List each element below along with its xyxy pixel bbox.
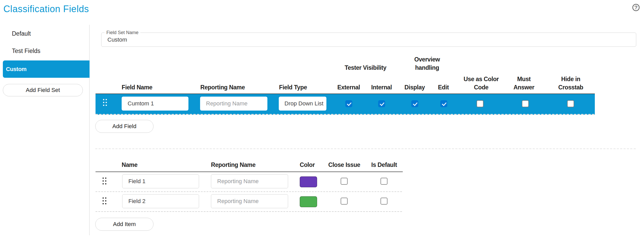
- sidebar-item-label: Default: [12, 30, 31, 37]
- field-reporting-name-input[interactable]: [200, 97, 267, 111]
- item-reporting-name-input[interactable]: [211, 194, 288, 208]
- items-header-name: Name: [122, 161, 137, 169]
- col-header-field-name: Field Name: [122, 83, 152, 91]
- col-header-reporting-name: Reporting Name: [200, 83, 245, 91]
- color-swatch[interactable]: [300, 176, 317, 187]
- drag-handle-icon[interactable]: [103, 197, 106, 204]
- color-swatch[interactable]: [300, 196, 317, 207]
- field-name-input[interactable]: [122, 97, 188, 111]
- item-row: [96, 192, 403, 212]
- items-header-reporting-name: Reporting Name: [211, 161, 255, 169]
- checkbox-edit[interactable]: [440, 100, 447, 107]
- sidebar-item-label: Test Fields: [12, 48, 40, 55]
- sidebar-item-test-fields[interactable]: Test Fields: [3, 42, 90, 60]
- checkbox-use-as-color-code[interactable]: [477, 100, 484, 107]
- checkbox-must-answer[interactable]: [522, 100, 529, 107]
- drag-handle-icon[interactable]: [103, 99, 107, 106]
- page-title: Classification Fields: [3, 4, 89, 14]
- col-header-must-answer: Must Answer: [508, 75, 539, 91]
- checkbox-close-issue[interactable]: [341, 198, 348, 205]
- sidebar-item-default[interactable]: Default: [3, 25, 90, 42]
- col-header-hide-in-crosstab: Hide in Crosstab: [553, 75, 589, 91]
- group-header-tester-visibility: Tester Visibility: [327, 64, 404, 72]
- checkbox-internal[interactable]: [378, 100, 385, 107]
- checkbox-hide-in-crosstab[interactable]: [567, 100, 574, 107]
- field-type-value: Drop Down List: [284, 100, 323, 107]
- col-header-use-as-color-code: Use as Color Code: [462, 75, 501, 91]
- group-header-overview-handling: Overview handling: [406, 55, 448, 72]
- row-separator: [96, 211, 403, 212]
- checkbox-is-default[interactable]: [380, 178, 387, 185]
- add-field-set-button[interactable]: Add Field Set: [3, 84, 83, 96]
- add-field-button[interactable]: Add Field: [95, 120, 153, 133]
- checkbox-is-default[interactable]: [380, 198, 387, 205]
- field-row: Drop Down List: [96, 94, 595, 115]
- items-header-is-default: Is Default: [358, 161, 410, 169]
- checkbox-external[interactable]: [345, 100, 352, 107]
- help-icon[interactable]: ?: [632, 4, 640, 11]
- item-name-input[interactable]: [122, 194, 199, 208]
- item-reporting-name-input[interactable]: [211, 174, 288, 188]
- sidebar-item-label: Custom: [6, 66, 27, 73]
- checkbox-display[interactable]: [411, 100, 418, 107]
- sidebar-item-custom[interactable]: Custom: [3, 60, 90, 78]
- checkbox-close-issue[interactable]: [341, 178, 348, 185]
- col-header-field-type: Field Type: [279, 83, 307, 91]
- drag-handle-icon[interactable]: [103, 177, 106, 184]
- field-set-name-input[interactable]: [101, 33, 636, 47]
- section-divider: [95, 149, 637, 149]
- page: Classification Fields ? Default Test Fie…: [0, 0, 644, 248]
- item-name-input[interactable]: [122, 174, 199, 188]
- item-row: [96, 172, 403, 192]
- field-type-select[interactable]: Drop Down List: [279, 97, 326, 111]
- field-set-name-value: Custom: [107, 33, 127, 47]
- add-item-button[interactable]: Add Item: [95, 218, 153, 231]
